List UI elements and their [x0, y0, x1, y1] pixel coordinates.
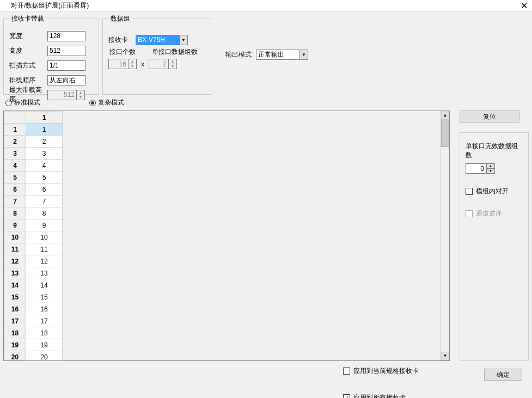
row-header[interactable]: 2 [4, 136, 26, 148]
apply-all-check[interactable]: ✓应用到所有接收卡 [343, 393, 419, 398]
reset-button[interactable]: 复位 [460, 111, 519, 123]
width-input[interactable] [47, 31, 85, 41]
cell[interactable]: 9 [26, 219, 63, 231]
chevron-down-icon[interactable]: ▼ [179, 35, 188, 45]
table-row[interactable]: 66 [4, 183, 63, 195]
cell[interactable]: 4 [26, 160, 63, 172]
row-header[interactable]: 12 [4, 255, 26, 267]
cell[interactable]: 7 [26, 195, 63, 207]
scan-input[interactable] [47, 60, 85, 71]
apply-current-label: 应用到当前规格接收卡 [353, 366, 419, 376]
invalid-spinner[interactable]: ▲▼ [466, 163, 523, 174]
per-spinner: ▲▼ [149, 59, 177, 69]
cell[interactable]: 3 [26, 148, 63, 160]
table-row[interactable]: 1010 [4, 231, 63, 243]
cell[interactable]: 14 [26, 279, 63, 291]
module-split-check[interactable]: 模组内对开 [466, 187, 523, 196]
recv-dropdown[interactable]: BX-V75H ▼ [136, 35, 188, 45]
checkbox-icon[interactable]: ✓ [343, 394, 350, 398]
row-header[interactable]: 3 [4, 148, 26, 160]
cell[interactable]: 13 [26, 267, 63, 279]
table-row[interactable]: 1111 [4, 243, 63, 255]
cell[interactable]: 5 [26, 172, 63, 183]
down-icon[interactable]: ▼ [486, 168, 495, 174]
row-header[interactable]: 7 [4, 195, 26, 207]
invalid-input[interactable] [466, 163, 486, 174]
scroll-track[interactable] [441, 147, 449, 352]
cell[interactable]: 17 [26, 315, 63, 327]
table-row[interactable]: 11 [4, 124, 63, 136]
row-header[interactable]: 5 [4, 172, 26, 183]
row-header[interactable]: 18 [4, 327, 26, 339]
row-header[interactable]: 19 [4, 339, 26, 351]
group-legend: 数据组 [108, 14, 132, 23]
row-header[interactable]: 16 [4, 303, 26, 315]
cell[interactable]: 15 [26, 291, 63, 303]
table-row[interactable]: 2020 [4, 351, 63, 361]
table-inner: 1 11223344556677889910101111121213131414… [4, 111, 441, 360]
table-row[interactable]: 1212 [4, 255, 63, 267]
invalid-spin-buttons[interactable]: ▲▼ [486, 163, 495, 174]
row-header[interactable]: 11 [4, 243, 26, 255]
table-row[interactable]: 1616 [4, 303, 63, 315]
channel-reverse-check: 通道逆序 [466, 209, 523, 218]
table-row[interactable]: 55 [4, 172, 63, 183]
height-input[interactable] [47, 46, 85, 56]
row-header[interactable]: 10 [4, 231, 26, 243]
checkbox-icon[interactable] [343, 368, 350, 375]
close-icon[interactable]: ✕ [521, 1, 528, 11]
table-row[interactable]: 99 [4, 219, 63, 231]
row-header[interactable]: 15 [4, 291, 26, 303]
cell[interactable]: 8 [26, 207, 63, 219]
table-row[interactable]: 1313 [4, 267, 63, 279]
scroll-thumb[interactable] [441, 120, 449, 147]
row-header[interactable]: 6 [4, 183, 26, 195]
cell[interactable]: 11 [26, 243, 63, 255]
row-header[interactable]: 4 [4, 160, 26, 172]
col-header[interactable]: 1 [26, 112, 63, 124]
table-row[interactable]: 22 [4, 136, 63, 148]
module-split-label: 模组内对开 [476, 187, 509, 196]
recv-value: BX-V75H [136, 35, 179, 45]
scroll-up-icon[interactable]: ▲ [441, 111, 449, 120]
scroll-down-icon[interactable]: ▼ [441, 352, 449, 360]
order-input[interactable] [47, 75, 85, 85]
cell[interactable]: 2 [26, 136, 63, 148]
data-table[interactable]: 1 11223344556677889910101111121213131414… [4, 111, 63, 360]
checkbox-icon[interactable] [466, 188, 473, 195]
apply-current-check[interactable]: 应用到当前规格接收卡 [343, 366, 419, 376]
per-input [149, 59, 168, 69]
cell[interactable]: 6 [26, 183, 63, 195]
cell[interactable]: 1 [26, 124, 63, 136]
row-header[interactable]: 8 [4, 207, 26, 219]
cell[interactable]: 16 [26, 303, 63, 315]
cell[interactable]: 10 [26, 231, 63, 243]
output-dropdown[interactable]: 正常输出 ▼ [256, 50, 308, 60]
row-header[interactable]: 17 [4, 315, 26, 327]
top-area: 接收卡带载 宽度 高度 扫描方式 排线顺序 最大带载高度 ▲▼ 数据组 接收卡 … [0, 12, 532, 95]
cell[interactable]: 20 [26, 351, 63, 361]
chevron-down-icon[interactable]: ▼ [299, 50, 308, 60]
table-row[interactable]: 33 [4, 148, 63, 160]
row-header[interactable]: 14 [4, 279, 26, 291]
table-row[interactable]: 77 [4, 195, 63, 207]
table-row[interactable]: 1717 [4, 315, 63, 327]
table-row[interactable]: 1515 [4, 291, 63, 303]
recv-label: 接收卡 [108, 35, 136, 45]
row-header[interactable]: 20 [4, 351, 26, 361]
cell[interactable]: 12 [26, 255, 63, 267]
cell[interactable]: 18 [26, 327, 63, 339]
row-header[interactable]: 13 [4, 267, 26, 279]
vertical-scrollbar[interactable]: ▲ ▼ [441, 111, 449, 360]
cell[interactable]: 19 [26, 339, 63, 351]
table-row[interactable]: 88 [4, 207, 63, 219]
ok-button[interactable]: 确定 [484, 369, 522, 381]
up-icon[interactable]: ▲ [486, 163, 495, 168]
table-row[interactable]: 1919 [4, 339, 63, 351]
radio-complex[interactable]: 复杂模式 [89, 98, 124, 107]
row-header[interactable]: 9 [4, 219, 26, 231]
row-header[interactable]: 1 [4, 124, 26, 136]
table-row[interactable]: 44 [4, 160, 63, 172]
table-row[interactable]: 1818 [4, 327, 63, 339]
table-row[interactable]: 1414 [4, 279, 63, 291]
